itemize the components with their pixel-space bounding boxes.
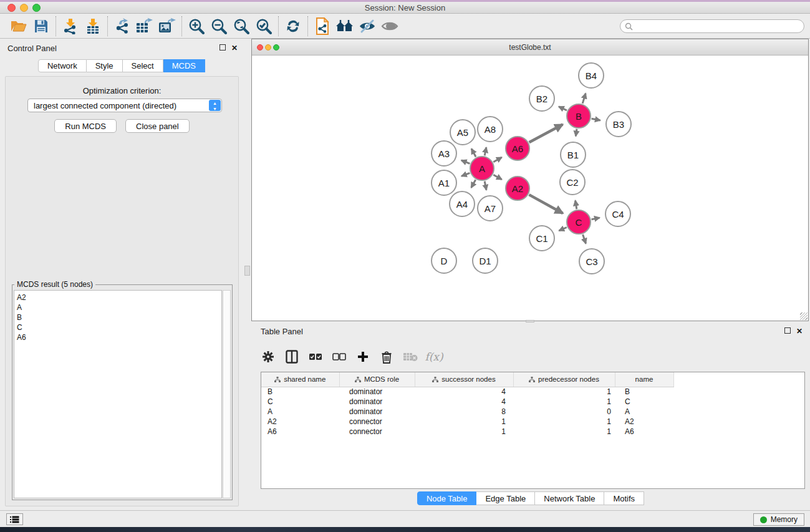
import-network-icon[interactable] [59, 16, 82, 37]
mcds-result-item[interactable]: C [17, 322, 221, 332]
control-panel-tab[interactable]: Network [38, 59, 87, 72]
trash-icon[interactable] [379, 349, 394, 365]
table-cell[interactable]: connector [339, 417, 415, 427]
float-table-panel-icon[interactable] [784, 327, 791, 335]
table-row[interactable]: A2connector11A2 [261, 417, 673, 427]
mcds-result-list[interactable]: A2ABCA6 [14, 290, 222, 498]
mcds-result-item[interactable]: B [17, 312, 221, 322]
table-row[interactable]: Cdominator41C [261, 397, 673, 407]
export-image-icon[interactable] [156, 16, 178, 37]
graph-node-C2[interactable]: C2 [559, 169, 586, 195]
window-resize-grip[interactable] [800, 312, 808, 320]
graph-node-A4[interactable]: A4 [449, 191, 475, 217]
import-table-icon[interactable] [82, 16, 104, 37]
graph-node-A5[interactable]: A5 [450, 119, 476, 145]
table-cell[interactable]: A2 [261, 417, 339, 427]
close-panel-button[interactable]: Close panel [125, 119, 190, 133]
graph-node-A[interactable]: A [470, 156, 494, 181]
graph-node-B[interactable]: B [566, 104, 591, 128]
table-cell[interactable]: C [615, 397, 673, 407]
graph-node-A2[interactable]: A2 [505, 176, 530, 201]
column-header-shared-name[interactable]: shared name [261, 372, 339, 387]
vertical-split-divider[interactable] [243, 39, 251, 510]
table-cell[interactable]: A6 [261, 427, 339, 437]
table-row[interactable]: Adominator80A [261, 407, 673, 417]
table-cell[interactable]: 4 [415, 387, 513, 397]
table-cell[interactable]: 1 [415, 427, 513, 437]
deselect-all-checkboxes-icon[interactable] [332, 349, 347, 365]
network-canvas[interactable]: B4B2BB3A8A5A6A3B1AA1C2A2A4A7C4CC1C3DD1 [252, 56, 808, 321]
graph-node-C4[interactable]: C4 [605, 201, 631, 227]
column-header-predecessor-nodes[interactable]: predecessor nodes [513, 372, 615, 387]
close-panel-icon[interactable]: ✕ [231, 44, 238, 52]
graph-node-D1[interactable]: D1 [472, 248, 498, 274]
control-panel-tab[interactable]: Style [87, 59, 123, 72]
gear-icon[interactable] [261, 349, 276, 365]
table-cell[interactable]: 1 [513, 387, 615, 397]
graph-node-D[interactable]: D [431, 248, 457, 274]
graph-node-A6[interactable]: A6 [505, 136, 530, 161]
table-cell[interactable]: B [615, 387, 673, 397]
table-row[interactable]: A6connector11A6 [261, 427, 673, 437]
graph-node-B2[interactable]: B2 [529, 85, 555, 112]
table-cell[interactable]: 0 [513, 407, 615, 417]
home-network-icon[interactable] [334, 16, 356, 37]
add-column-icon[interactable] [355, 349, 370, 365]
graph-node-B1[interactable]: B1 [560, 142, 586, 168]
table-cell[interactable]: 1 [513, 427, 615, 437]
open-folder-icon[interactable] [7, 16, 30, 37]
node-table[interactable]: shared nameMCDS rolesuccessor nodesprede… [261, 372, 805, 489]
table-tab[interactable]: Network Table [535, 491, 604, 505]
table-cell[interactable]: 1 [415, 417, 513, 427]
graph-node-A7[interactable]: A7 [477, 195, 503, 221]
graph-node-C3[interactable]: C3 [579, 248, 605, 274]
graph-node-B4[interactable]: B4 [578, 62, 604, 89]
table-tab[interactable]: Node Table [417, 491, 477, 505]
table-cell[interactable]: 8 [415, 407, 513, 417]
control-panel-tab[interactable]: MCDS [163, 59, 205, 72]
table-cell[interactable]: A [615, 407, 673, 417]
table-row[interactable]: Bdominator41B [261, 387, 673, 397]
mcds-result-item[interactable]: A2 [17, 293, 221, 302]
graph-node-A3[interactable]: A3 [431, 140, 457, 167]
search-input[interactable] [635, 22, 804, 31]
table-cell[interactable]: dominator [339, 407, 415, 417]
memory-button[interactable]: Memory [753, 513, 804, 526]
close-table-panel-icon[interactable]: ✕ [796, 327, 803, 335]
graph-node-A1[interactable]: A1 [431, 170, 457, 196]
optimization-criterion-dropdown[interactable]: largest connected component (directed) ▲… [27, 99, 222, 112]
table-cell[interactable]: 4 [415, 397, 513, 407]
network-window-title-bar[interactable]: testGlobe.txt [252, 39, 808, 56]
table-cell[interactable]: A [261, 407, 339, 417]
mcds-result-item[interactable]: A [17, 302, 221, 312]
column-header-name[interactable]: name [615, 372, 673, 387]
save-icon[interactable] [30, 16, 52, 37]
graph-node-B3[interactable]: B3 [605, 111, 632, 137]
run-mcds-button[interactable]: Run MCDS [54, 119, 117, 133]
show-eye-icon[interactable] [378, 16, 401, 37]
control-panel-tab[interactable]: Select [123, 59, 163, 72]
task-history-button[interactable] [6, 513, 23, 525]
table-tab[interactable]: Edge Table [476, 491, 535, 505]
column-header-MCDS-role[interactable]: MCDS role [339, 372, 415, 387]
table-cell[interactable]: dominator [339, 397, 415, 407]
zoom-in-icon[interactable] [185, 16, 208, 37]
export-table-icon[interactable] [133, 16, 156, 37]
split-columns-icon[interactable] [284, 349, 299, 365]
graph-node-C1[interactable]: C1 [529, 225, 555, 251]
scrollbar-track[interactable] [223, 290, 231, 498]
select-all-checkboxes-icon[interactable] [308, 349, 323, 365]
float-panel-icon[interactable] [219, 44, 226, 52]
graph-node-A8[interactable]: A8 [477, 116, 503, 142]
table-tab[interactable]: Motifs [604, 491, 644, 505]
column-header-successor-nodes[interactable]: successor nodes [415, 372, 513, 387]
table-cell[interactable]: A6 [615, 427, 673, 437]
table-cell[interactable]: dominator [339, 387, 415, 397]
table-cell[interactable]: connector [339, 427, 415, 437]
function-builder-icon[interactable]: f(x) [427, 349, 441, 365]
zoom-fit-icon[interactable] [230, 16, 253, 37]
table-cell[interactable]: B [261, 387, 339, 397]
horizontal-split-divider[interactable] [526, 320, 534, 322]
zoom-out-icon[interactable] [208, 16, 230, 37]
hide-eye-icon[interactable] [356, 16, 378, 37]
